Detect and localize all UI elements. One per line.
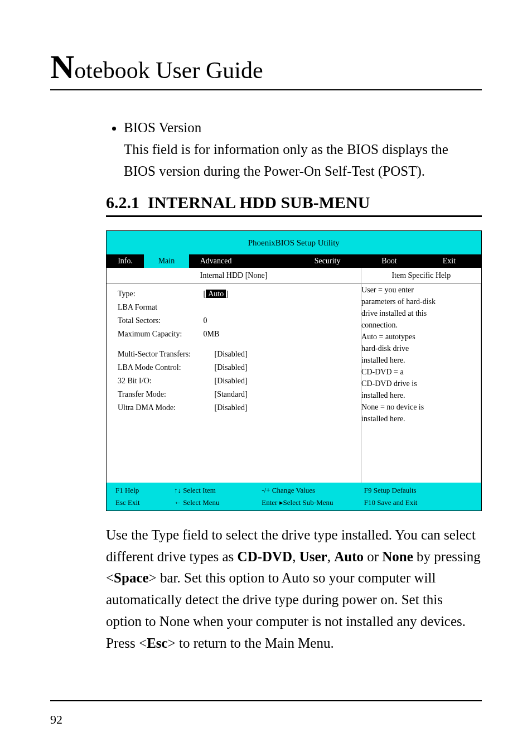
p-c3: or — [364, 549, 382, 564]
total-value: 0 — [204, 316, 207, 325]
field-lba-mode[interactable]: LBA Mode Control: [Disabled] — [107, 362, 361, 375]
help-line: installed here. — [361, 389, 481, 401]
up-down-arrow-icon: ↑↓ — [174, 486, 181, 494]
bullet-item: BIOS Version This field is for informati… — [124, 117, 482, 182]
type-value-wrap: [Auto] — [204, 290, 229, 298]
field-lba: LBA Format — [107, 302, 361, 315]
h-r1: NTERNAL — [154, 193, 240, 211]
h-sc1: I — [148, 193, 154, 211]
multi-label: Multi-Sector Transfers: — [118, 350, 212, 359]
type-value: Auto — [206, 290, 226, 298]
menu-info[interactable]: Info. — [118, 257, 133, 265]
page-header: Notebook User Guide — [50, 50, 482, 84]
p-b1: CD-DVD — [238, 549, 293, 564]
menu-advanced[interactable]: Advanced — [200, 257, 232, 265]
menu-main[interactable]: Main — [158, 257, 175, 265]
field-max: Maximum Capacity: 0MB — [107, 329, 361, 342]
p-b6: Esc — [147, 635, 168, 651]
foot-f9: F9 Setup Defaults — [360, 484, 477, 497]
field-type[interactable]: Type: [Auto] — [107, 284, 361, 302]
help-line: parameters of hard-disk — [361, 296, 481, 307]
help-line: installed here. — [361, 413, 481, 425]
menu-exit[interactable]: Exit — [443, 257, 456, 265]
left-arrow-icon: ← — [174, 498, 181, 507]
p-c2: , — [327, 549, 335, 564]
foot-select-sub: Select Sub-Menu — [283, 498, 333, 507]
h-sc2: HDD S — [239, 193, 290, 211]
help-line: CD-DVD drive is — [361, 378, 481, 389]
transfer-value: [Standard] — [215, 390, 248, 399]
help-line: installed here. — [361, 354, 481, 366]
help-line: drive installed at this — [361, 307, 481, 319]
menu-boot[interactable]: Boot — [381, 257, 396, 265]
bullet-body: This field is for information only as th… — [124, 139, 482, 182]
foot-minusplus: -/+ Change Values — [257, 484, 360, 497]
udma-label: Ultra DMA Mode: — [118, 403, 212, 412]
lba-mode-label: LBA Mode Control: — [118, 363, 212, 372]
menu-security[interactable]: Security — [315, 257, 341, 265]
bios-table: PhoenixBIOS Setup Utility Info. Main Adv… — [106, 230, 482, 511]
lba-mode-value: [Disabled] — [215, 363, 248, 372]
right-triangle-icon: ▸ — [279, 498, 283, 507]
help-line: Auto = autotypes — [361, 331, 481, 343]
field-total: Total Sectors: 0 — [107, 315, 361, 329]
bios-footer: F1 Help ↑↓ Select Item -/+ Change Values… — [107, 483, 481, 511]
help-line: connection. — [361, 319, 481, 331]
bios-menubar: Info. Main Advanced Security Boot Exit — [107, 254, 481, 268]
bios-sub-left: Internal HDD [None] — [107, 268, 361, 283]
foot-enter: Enter — [262, 498, 277, 507]
help-line: CD-DVD = a — [361, 366, 481, 378]
body-paragraph: Use the Type field to select the drive t… — [106, 524, 482, 654]
field-transfer[interactable]: Transfer Mode: [Standard] — [107, 389, 361, 402]
total-label: Total Sectors: — [118, 316, 201, 325]
foot-updown: Select Item — [181, 486, 216, 494]
pio-value: [Disabled] — [215, 377, 248, 386]
bios-help-panel: User = you enter parameters of hard-disk… — [361, 283, 481, 483]
header-rule — [50, 89, 482, 90]
section-heading: 6.2.1 INTERNAL HDD SUB-MENU — [106, 193, 482, 212]
header-cap: N — [50, 49, 74, 85]
p-b4: None — [382, 549, 413, 564]
pio-label: 32 Bit I/O: — [118, 377, 212, 386]
udma-value: [Disabled] — [215, 403, 248, 412]
foot-esc: Esc Exit — [111, 497, 170, 509]
bullet-list: BIOS Version This field is for informati… — [106, 117, 482, 182]
bios-sub-right: Item Specific Help — [361, 268, 481, 283]
section-num: 6.2.1 — [106, 193, 139, 211]
p-b2: User — [299, 549, 327, 564]
foot-f10: F10 Save and Exit — [360, 497, 477, 509]
bullet-title: BIOS Version — [124, 120, 201, 135]
header-rest: otebook User Guide — [74, 57, 263, 83]
max-value: 0MB — [204, 330, 220, 339]
h-dash: -M — [313, 193, 335, 211]
field-pio[interactable]: 32 Bit I/O: [Disabled] — [107, 375, 361, 389]
page-number: 92 — [50, 712, 62, 727]
p-b5: Space — [114, 570, 149, 585]
p-c6: > to return to the Main Menu. — [168, 635, 334, 651]
p-b3: Auto — [334, 549, 364, 564]
help-line: User = you enter — [361, 284, 481, 296]
bios-title: PhoenixBIOS Setup Utility — [107, 231, 481, 254]
section-rule — [106, 215, 482, 217]
transfer-label: Transfer Mode: — [118, 390, 212, 399]
footer-rule — [50, 700, 482, 701]
help-line: None = no device is — [361, 401, 481, 413]
help-line: hard-disk drive — [361, 343, 481, 354]
lba-label: LBA Format — [118, 303, 157, 311]
h-r3: ENU — [335, 193, 370, 211]
foot-f1: F1 Help — [111, 484, 170, 497]
max-label: Maximum Capacity: — [118, 330, 201, 339]
multi-value: [Disabled] — [215, 350, 248, 359]
foot-leftright: Select Menu — [181, 498, 220, 507]
field-multi[interactable]: Multi-Sector Transfers: [Disabled] — [107, 342, 361, 362]
p-c1: , — [292, 549, 299, 564]
h-r2: UB — [290, 193, 313, 211]
type-label: Type: — [118, 290, 201, 298]
field-udma[interactable]: Ultra DMA Mode: [Disabled] — [107, 402, 361, 416]
